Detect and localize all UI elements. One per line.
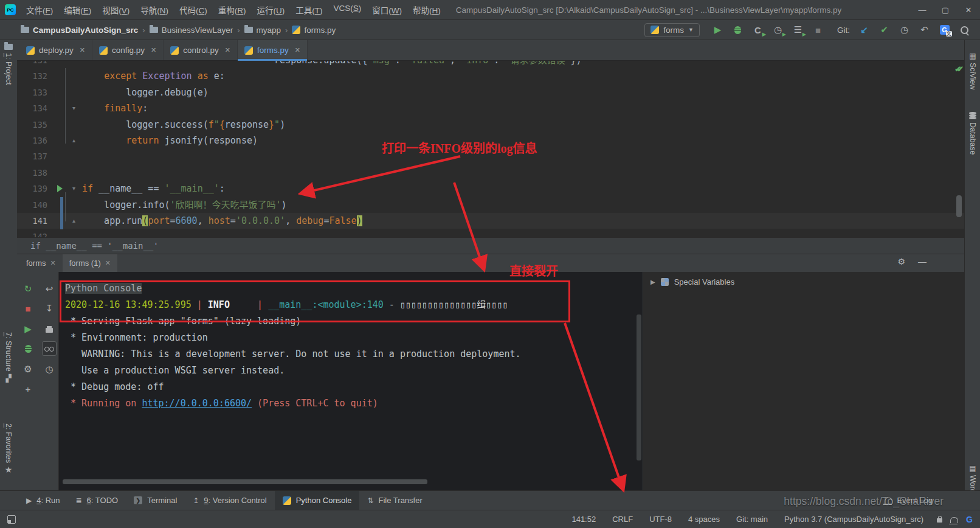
console-tab-forms[interactable]: forms✕ <box>19 254 63 272</box>
menu-item-N[interactable]: 导航(N) <box>135 4 174 16</box>
show-variables-button[interactable] <box>42 341 57 356</box>
toolwindow-button-Terminal[interactable]: ❯Terminal <box>126 491 185 510</box>
code-line-137[interactable]: 137 <box>17 148 964 164</box>
code-editor[interactable]: 131 response.update({'msg': 'failed', 'i… <box>17 61 964 237</box>
menu-item-V[interactable]: 视图(V) <box>97 4 135 16</box>
code-line-132[interactable]: 132 except Exception as e: <box>17 68 964 84</box>
inspections-ok-icon[interactable]: ✔✔ <box>954 64 959 74</box>
fold-close-icon[interactable]: ▴ <box>72 133 75 148</box>
code-line-135[interactable]: 135 logger.success(f"{response}") <box>17 117 964 133</box>
code-line-140[interactable]: 140 logger.info('欣阳啊！今天吃早饭了吗') <box>17 197 964 213</box>
code-line-134[interactable]: 134▾ finally: <box>17 100 964 116</box>
menu-item-T[interactable]: 工具(T) <box>290 4 328 16</box>
run-line-icon[interactable] <box>57 185 63 192</box>
console-output[interactable]: Python Console2020-12-16 13:49:25.995 | … <box>59 272 643 490</box>
code-line-142[interactable]: 142 <box>17 229 964 237</box>
console-vscrollbar[interactable] <box>637 314 641 460</box>
breadcrumb-item[interactable]: CampusDailyAutoSign_src <box>21 26 138 35</box>
close-tab-icon[interactable]: ✕ <box>225 46 230 54</box>
editor-tab-config.py[interactable]: config.py✕ <box>92 40 164 60</box>
breadcrumb-item[interactable]: forms.py <box>292 26 336 35</box>
menu-item-E[interactable]: 编辑(E) <box>58 4 97 16</box>
console-settings-button[interactable]: ⚙ <box>21 362 35 377</box>
history-console-button[interactable]: ◷ <box>42 362 57 377</box>
code-line-131[interactable]: 131 response.update({'msg': 'failed', 'i… <box>17 61 964 68</box>
stripe-item-SciView[interactable]: ▦SciView <box>965 52 980 89</box>
stop-button-console[interactable]: ■ <box>21 301 35 316</box>
git-history-button[interactable]: ◷ <box>895 23 914 37</box>
notifications-icon[interactable] <box>950 517 958 523</box>
menu-item-U[interactable]: 运行(U) <box>252 4 291 16</box>
code-line-133[interactable]: 133 logger.debug(e) <box>17 85 964 100</box>
run-config-selector[interactable]: forms ▼ <box>644 23 700 37</box>
toolwindow-button-4Run[interactable]: ▶4: Run <box>18 491 68 510</box>
debug-button[interactable] <box>728 23 747 37</box>
stripe-item-7Structure[interactable]: 7: Structure▞ <box>0 332 17 382</box>
fold-open-icon[interactable]: ▾ <box>72 181 75 196</box>
status-item-14152[interactable]: 141:52 <box>571 515 596 524</box>
menu-item-C[interactable]: 代码(C) <box>174 4 213 16</box>
resume-button[interactable]: ▶ <box>21 322 35 336</box>
status-item-4spaces[interactable]: 4 spaces <box>688 515 720 524</box>
toolwindow-button-6TODO[interactable]: ≣6: TODO <box>68 491 126 510</box>
menu-item-R[interactable]: 重构(R) <box>213 4 252 16</box>
fold-close-icon[interactable]: ▴ <box>72 213 75 229</box>
minimize-button[interactable]: — <box>911 5 934 15</box>
readonly-lock-icon[interactable] <box>937 518 942 523</box>
editor-tab-deploy.py[interactable]: deploy.py✕ <box>19 40 92 60</box>
toolwindow-toggle-icon[interactable] <box>7 515 16 524</box>
print-button[interactable] <box>42 322 57 336</box>
editor-scrollbar[interactable] <box>956 195 962 217</box>
add-console-button[interactable]: + <box>21 381 35 396</box>
console-tab-forms1[interactable]: forms (1)✕ <box>63 254 117 272</box>
code-line-136[interactable]: 136▴ return jsonify(response) <box>17 133 964 148</box>
console-hscrollbar[interactable] <box>63 479 427 484</box>
scroll-to-end-button[interactable]: ↧ <box>42 301 57 316</box>
coverage-button[interactable]: C <box>748 23 767 37</box>
editor-tab-control.py[interactable]: control.py✕ <box>164 40 238 60</box>
editor-tab-forms.py[interactable]: forms.py✕ <box>238 40 308 60</box>
event-log-button[interactable]: Event Log <box>885 491 933 510</box>
chevron-right-icon[interactable]: ▶ <box>650 279 655 285</box>
git-rollback-button[interactable]: ↶ <box>915 23 934 37</box>
soft-wrap-button[interactable]: ↩ <box>42 282 57 296</box>
close-tab-icon[interactable]: ✕ <box>295 46 300 54</box>
git-commit-button[interactable]: ✔ <box>875 23 894 37</box>
status-item-Gitmain[interactable]: Git: main <box>736 515 768 524</box>
profiler-button[interactable]: ◷ <box>768 23 787 37</box>
toolwindow-button-FileTransfer[interactable]: ⇅File Transfer <box>359 491 430 510</box>
maximize-button[interactable]: ▢ <box>934 5 957 15</box>
console-settings-gear-icon[interactable]: ⚙ <box>897 257 905 266</box>
breadcrumb-item[interactable]: BusinessViewLayer <box>150 26 233 35</box>
menu-item-H[interactable]: 帮助(H) <box>407 4 446 16</box>
fold-open-icon[interactable]: ▾ <box>72 100 75 116</box>
close-tab-icon[interactable]: ✕ <box>151 46 156 54</box>
console-hide-icon[interactable]: — <box>918 257 927 266</box>
code-line-138[interactable]: 138 <box>17 165 964 181</box>
status-item-UTF8[interactable]: UTF-8 <box>649 515 672 524</box>
rerun-button[interactable]: ↻ <box>21 282 35 296</box>
close-tab-icon[interactable]: ✕ <box>105 259 111 267</box>
stripe-item-Database[interactable]: Database <box>965 112 980 155</box>
code-line-141[interactable]: 141▴ app.run(port=6600, host='0.0.0.0', … <box>17 213 964 229</box>
concurrency-button[interactable]: ☰ <box>788 23 807 37</box>
stop-button[interactable]: ■ <box>809 23 827 37</box>
toolwindow-button-PythonConsole[interactable]: Python Console <box>275 491 360 510</box>
menu-item-VCSS[interactable]: VCS(S) <box>328 4 367 16</box>
close-tab-icon[interactable]: ✕ <box>50 259 56 267</box>
close-tab-icon[interactable]: ✕ <box>80 46 85 54</box>
stripe-item-1Project[interactable]: 1: Project <box>0 44 17 85</box>
status-item-Python37CampusDailyAutoSign_src[interactable]: Python 3.7 (CampusDailyAutoSign_src) <box>784 515 923 524</box>
debug-console-button[interactable] <box>21 341 35 356</box>
search-everywhere-button[interactable] <box>955 23 974 37</box>
stripe-item-2Favorites[interactable]: 2: Favorites★ <box>0 423 17 473</box>
toolwindow-button-9VersionControl[interactable]: ↥9: Version Control <box>185 491 274 510</box>
breadcrumb-item[interactable]: myapp <box>244 26 281 35</box>
status-item-CRLF[interactable]: CRLF <box>612 515 633 524</box>
menu-item-F[interactable]: 文件(F) <box>21 4 58 16</box>
code-line-139[interactable]: 139▾if __name__ == '__main__': <box>17 181 964 196</box>
google-translate-icon[interactable]: G <box>966 515 973 524</box>
translate-icon[interactable]: G <box>935 23 954 37</box>
run-button[interactable]: ▶ <box>708 23 727 37</box>
close-button[interactable]: ✕ <box>957 5 980 15</box>
